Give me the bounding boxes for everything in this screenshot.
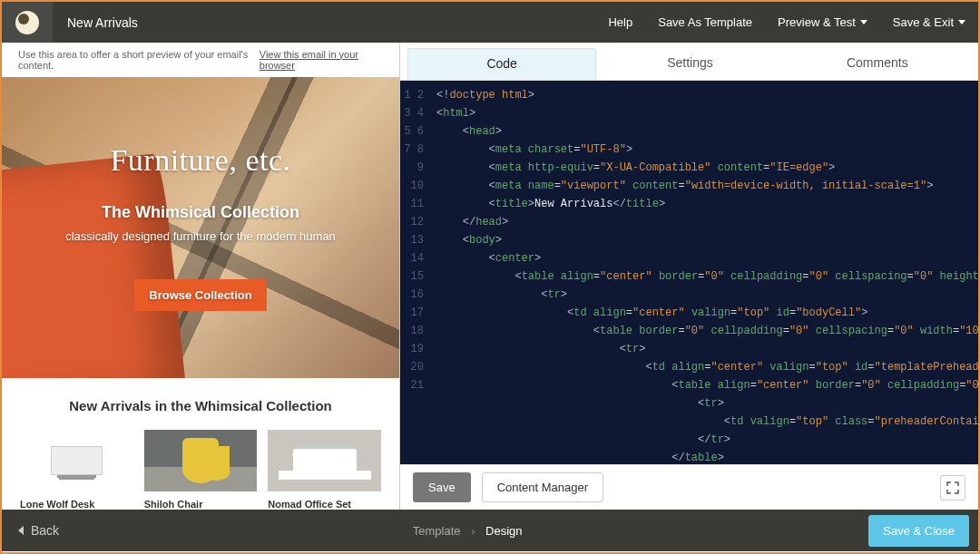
- product-label: Nomad Office Set: [268, 499, 381, 510]
- view-in-browser-link[interactable]: View this email in your browser: [260, 49, 383, 71]
- code-editor[interactable]: 1 2 3 4 5 6 7 8 9 10 11 12 13 14 15 16 1…: [400, 81, 978, 464]
- expand-button[interactable]: [940, 475, 965, 501]
- line-gutter: 1 2 3 4 5 6 7 8 9 10 11 12 13 14 15 16 1…: [400, 81, 429, 464]
- content-manager-button[interactable]: Content Manager: [482, 472, 603, 502]
- preheader-text: Use this area to offer a short preview o…: [18, 49, 260, 71]
- preheader-row: Use this area to offer a short preview o…: [2, 43, 399, 77]
- save-button[interactable]: Save: [413, 472, 471, 502]
- save-close-button[interactable]: Save & Close: [868, 515, 969, 547]
- product-image: [20, 430, 133, 491]
- hero-brand: Furniture, etc.: [110, 143, 290, 178]
- product-image: [268, 430, 381, 491]
- hero-section: Furniture, etc. The Whimsical Collection…: [2, 77, 399, 378]
- hero-tagline: classically designed furniture for the m…: [65, 229, 336, 243]
- breadcrumb: Template › Design: [66, 524, 868, 538]
- bottom-bar: Back Template › Design Save & Close: [2, 510, 978, 551]
- chevron-down-icon: [860, 20, 867, 24]
- product-label: Shiloh Chair: [144, 499, 258, 510]
- editor-tabs: Code Settings Comments: [400, 43, 978, 81]
- mailchimp-icon: [15, 11, 39, 34]
- save-exit-menu[interactable]: Save & Exit: [880, 15, 978, 29]
- breadcrumb-design[interactable]: Design: [485, 524, 522, 538]
- product-card[interactable]: Nomad Office Set: [268, 430, 381, 510]
- chevron-right-icon: ›: [471, 524, 475, 538]
- preview-test-menu[interactable]: Preview & Test: [765, 15, 880, 29]
- chevron-down-icon: [958, 20, 965, 24]
- save-as-template-link[interactable]: Save As Template: [645, 15, 765, 29]
- product-card[interactable]: Shiloh Chair: [144, 430, 258, 510]
- breadcrumb-template[interactable]: Template: [413, 524, 461, 538]
- editor-toolbar: Save Content Manager: [400, 464, 978, 510]
- tab-settings[interactable]: Settings: [596, 48, 783, 80]
- campaign-title: New Arrivals: [67, 15, 138, 30]
- back-button[interactable]: Back: [11, 518, 66, 543]
- code-lines: <!doctype html> <html> <head> <meta char…: [429, 81, 978, 464]
- logo[interactable]: [2, 2, 53, 43]
- expand-icon: [946, 481, 959, 494]
- topbar: New Arrivals Help Save As Template Previ…: [2, 2, 978, 43]
- email-preview-pane: Use this area to offer a short preview o…: [2, 43, 399, 510]
- tab-code[interactable]: Code: [407, 48, 596, 80]
- help-link[interactable]: Help: [595, 15, 645, 29]
- hero-subtitle: The Whimsical Collection: [102, 203, 299, 222]
- product-card[interactable]: Lone Wolf Desk: [20, 430, 133, 510]
- chevron-left-icon: [18, 526, 24, 535]
- product-label: Lone Wolf Desk: [20, 499, 133, 510]
- arrivals-section: New Arrivals in the Whimsical Collection…: [2, 378, 399, 510]
- arrivals-heading: New Arrivals in the Whimsical Collection: [20, 398, 381, 413]
- product-image: [144, 430, 258, 491]
- tab-comments[interactable]: Comments: [784, 48, 971, 80]
- browse-collection-button[interactable]: Browse Collection: [134, 279, 266, 311]
